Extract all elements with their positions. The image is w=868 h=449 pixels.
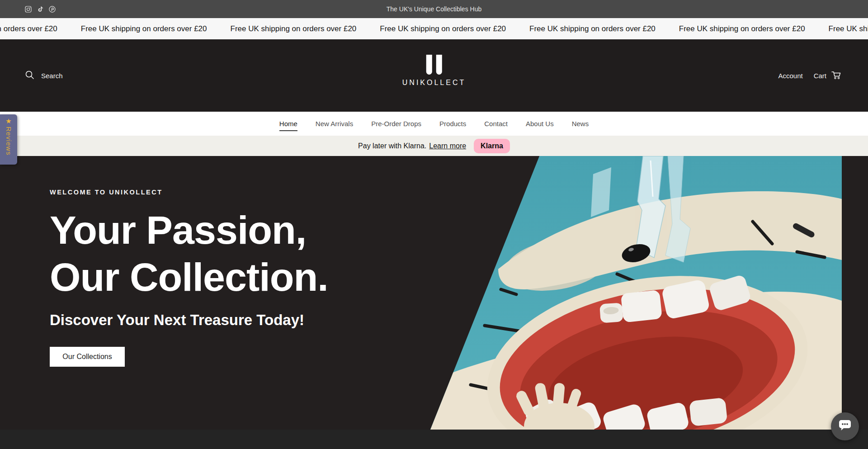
hero-image (430, 156, 842, 430)
hero-content: WELCOME TO UNIKOLLECT Your Passion, Our … (50, 189, 328, 367)
cart-icon (831, 70, 842, 81)
instagram-icon[interactable] (25, 6, 32, 13)
nav-item-contact[interactable]: Contact (484, 112, 508, 136)
reviews-tab-label: Reviews (5, 127, 13, 156)
main-header: Search UNIKOLLECT Account Cart (0, 39, 868, 112)
search-icon (25, 70, 34, 81)
nav-item-pre-order-drops[interactable]: Pre-Order Drops (371, 112, 421, 136)
marquee-item: Free UK shipping on orders over £20 (0, 24, 81, 33)
marquee-item: Free UK shipping on orders over £20 (380, 24, 529, 33)
marquee-item: Free UK shipping on orders over £20 (529, 24, 679, 33)
cart-link[interactable]: Cart (814, 70, 842, 81)
tiktok-icon[interactable] (37, 6, 43, 13)
primary-nav: Home New Arrivals Pre-Order Drops Produc… (0, 112, 868, 136)
hero-eyebrow: WELCOME TO UNIKOLLECT (50, 189, 328, 196)
marquee-item: Free UK shipping on orders over £20 (81, 24, 231, 33)
nav-item-news[interactable]: News (572, 112, 589, 136)
klarna-badge: Klarna (474, 139, 510, 153)
hero-subtitle: Discover Your Next Treasure Today! (50, 312, 328, 329)
nav-item-about-us[interactable]: About Us (526, 112, 554, 136)
marquee-item: Free UK shipping on orders over £20 (829, 24, 868, 33)
pinterest-icon[interactable] (49, 6, 56, 13)
hero-title-line1: Your Passion, (50, 207, 328, 254)
logo-wordmark: UNIKOLLECT (402, 79, 466, 87)
page: The UK's Unique Collectibles Hub Free UK… (0, 0, 868, 449)
klarna-banner: Pay later with Klarna. Learn more Klarna (0, 136, 868, 156)
klarna-message: Pay later with Klarna. (358, 142, 426, 150)
hero-section: WELCOME TO UNIKOLLECT Your Passion, Our … (0, 156, 868, 430)
nav-item-home[interactable]: Home (279, 112, 297, 136)
search-label: Search (41, 72, 63, 80)
cart-label: Cart (814, 72, 826, 80)
hero-title: Your Passion, Our Collection. (50, 207, 328, 301)
klarna-learn-more-link[interactable]: Learn more (429, 142, 466, 150)
nav-item-products[interactable]: Products (439, 112, 466, 136)
footer-strip (0, 430, 868, 449)
marquee-item: Free UK shipping on orders over £20 (679, 24, 829, 33)
nav-item-new-arrivals[interactable]: New Arrivals (316, 112, 353, 136)
collectible-toy-illustration (430, 156, 842, 430)
account-link[interactable]: Account (778, 72, 802, 80)
logo-bar-right (436, 55, 442, 75)
marquee-track: Free UK shipping on orders over £20 Free… (0, 24, 868, 33)
logo-bar-left (426, 55, 432, 75)
search-button[interactable]: Search (25, 70, 63, 81)
announcement-text: The UK's Unique Collectibles Hub (387, 5, 481, 13)
shipping-marquee: Free UK shipping on orders over £20 Free… (0, 18, 868, 39)
social-links (25, 0, 56, 18)
hero-title-line2: Our Collection. (50, 254, 328, 301)
announcement-bar: The UK's Unique Collectibles Hub (0, 0, 868, 18)
our-collections-button[interactable]: Our Collections (50, 347, 125, 367)
star-icon: ★ (5, 118, 11, 124)
header-actions: Account Cart (778, 70, 842, 81)
chat-bubble-icon (838, 419, 852, 434)
chat-widget-button[interactable] (831, 412, 859, 440)
marquee-item: Free UK shipping on orders over £20 (231, 24, 380, 33)
site-logo[interactable]: UNIKOLLECT (402, 55, 466, 87)
reviews-tab[interactable]: ★ Reviews (0, 114, 17, 165)
logo-mark (402, 55, 466, 75)
